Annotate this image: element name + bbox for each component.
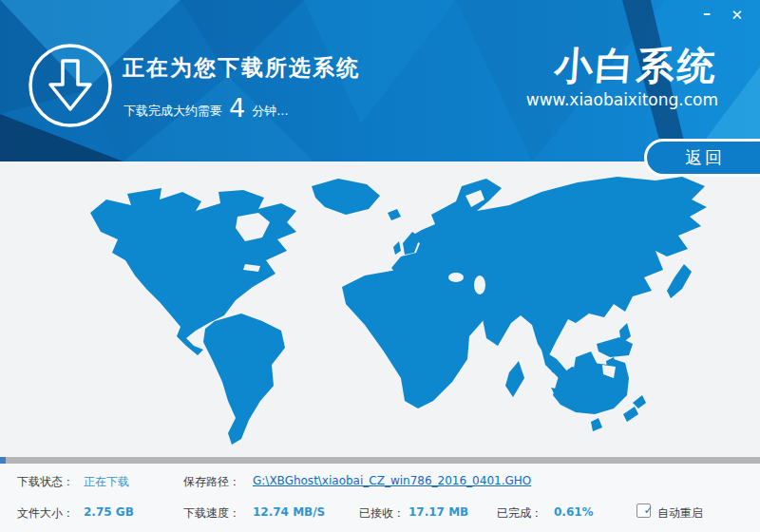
island-new-zealand-north (633, 395, 646, 408)
minimize-button[interactable]: – (703, 6, 711, 21)
continent-australia (553, 359, 629, 414)
download-circle-icon (27, 42, 114, 129)
file-size-label: 文件大小： (17, 505, 74, 522)
world-map (48, 163, 722, 448)
close-button[interactable]: ✕ (731, 9, 743, 23)
eta-text: 下载完成大约需要 4 分钟... (124, 96, 289, 125)
file-size-value: 2.75 GB (84, 505, 134, 519)
black-sea-cutout (448, 273, 464, 282)
brand-logo: 小白系统 (553, 40, 720, 92)
back-button[interactable]: 返回 (644, 139, 760, 177)
download-progress-fill (0, 457, 6, 464)
completed-label: 已完成： (497, 505, 542, 522)
island-new-guinea (597, 337, 633, 357)
island-madagascar (505, 361, 524, 397)
island-tasmania (591, 418, 602, 431)
received-label: 已接收： (359, 505, 405, 522)
caspian-sea-cutout (474, 276, 485, 294)
page-title: 正在为您下载所选系统 (123, 53, 360, 83)
download-progress-track (0, 457, 760, 464)
speed-label: 下载速度： (183, 505, 240, 522)
island-greenland (312, 179, 380, 215)
completed-value: 0.61% (554, 505, 594, 519)
continent-south-america (203, 314, 285, 445)
island-new-zealand-south (623, 407, 638, 422)
eta-minutes: 4 (229, 93, 245, 123)
save-path-link[interactable]: G:\XBGhost\xiaobai_CZ_win786_2016_0401.G… (253, 474, 531, 487)
status-bar: 下载状态： 正在下载 保存路径： G:\XBGhost\xiaobai_CZ_w… (0, 464, 760, 532)
island-ireland (393, 241, 401, 255)
eta-prefix: 下载完成大约需要 (124, 103, 222, 120)
download-status-value: 正在下载 (84, 474, 129, 490)
island-japan (667, 264, 692, 298)
save-path-label: 保存路径： (183, 474, 240, 490)
eta-suffix: 分钟... (252, 103, 288, 120)
brand-website: www.xiaobaixitong.com (526, 90, 718, 109)
back-button-label: 返回 (685, 146, 725, 169)
speed-value: 12.74 MB/S (253, 505, 325, 519)
checkmark-icon: ✓ (644, 504, 654, 516)
received-value: 17.17 MB (408, 505, 468, 519)
island-iceland (388, 209, 401, 220)
auto-restart-label: 自动重启 (657, 505, 703, 522)
header: – ✕ 正在为您下载所选系统 下载完成大约需要 4 分钟... 小白系统 www… (0, 0, 760, 162)
app-window: – ✕ 正在为您下载所选系统 下载完成大约需要 4 分钟... 小白系统 www… (0, 0, 760, 532)
auto-restart-checkbox[interactable]: ✓ (636, 504, 651, 518)
download-status-label: 下载状态： (17, 474, 74, 490)
